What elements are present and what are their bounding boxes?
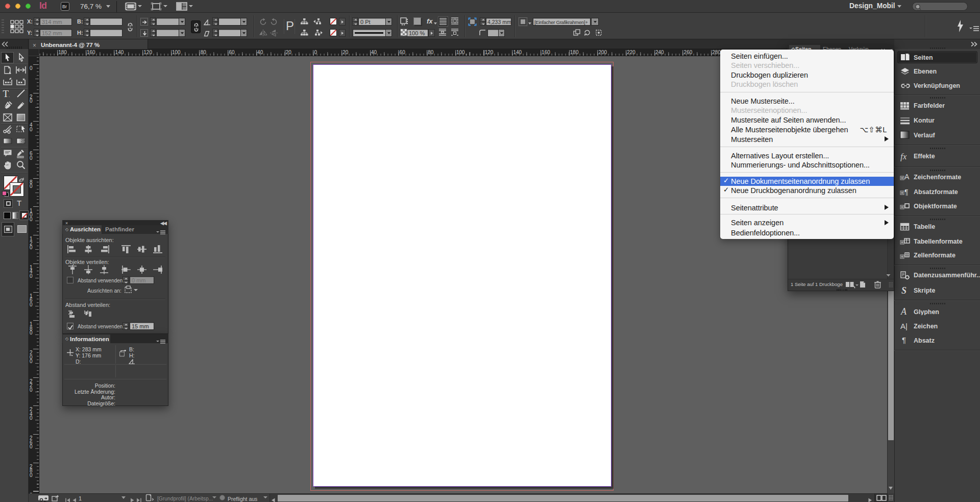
svg-text:¶: ¶	[904, 188, 909, 196]
svg-text:A: A	[904, 173, 910, 181]
